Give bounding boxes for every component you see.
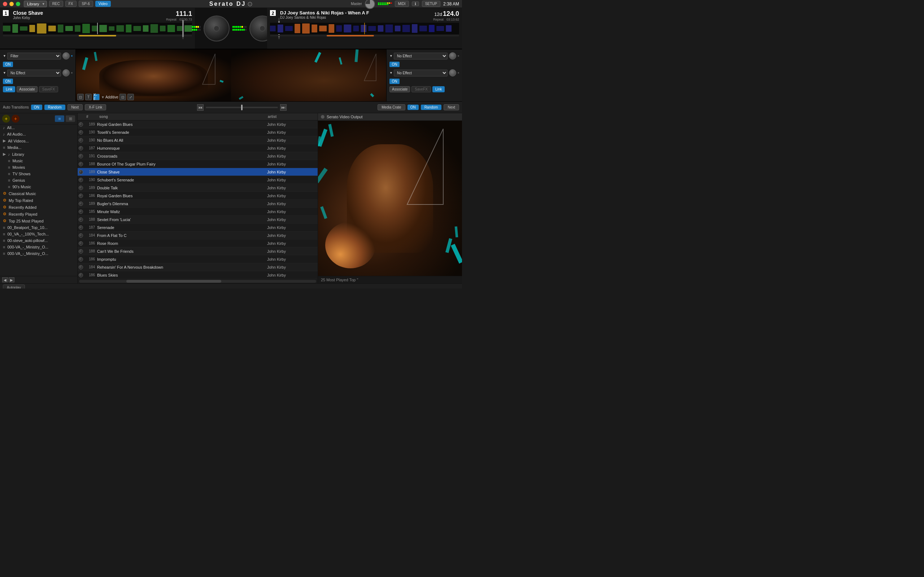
table-row[interactable]: 189Bugler's DilemmaJohn Kirby (78, 200, 318, 208)
left-fx-on2-button[interactable]: ON (3, 79, 13, 84)
sidebar-item-movies[interactable]: ≡ Movies (0, 164, 77, 171)
left-scroll-track[interactable] (3, 35, 192, 36)
right-fx-dot1[interactable] (458, 55, 459, 56)
left-scroll-thumb[interactable] (79, 35, 116, 36)
sidebar-item-va-tech[interactable]: ≡ 00_VA_-_100%_Tech... (0, 231, 77, 237)
minimize-window-btn[interactable] (10, 2, 14, 6)
maximize-window-btn[interactable] (16, 2, 20, 6)
table-row[interactable]: 187SerenadeJohn Kirby (78, 224, 318, 232)
right-noeffect1-select[interactable]: No Effect (394, 53, 447, 60)
cf-next-button[interactable]: ⏭ (280, 104, 287, 111)
setup-button[interactable]: SETUP (422, 1, 440, 7)
list-view-button[interactable]: ≡ (55, 115, 64, 122)
fx-button[interactable]: FX (65, 1, 76, 7)
cf-prev-button[interactable]: ⏮ (197, 104, 204, 111)
left-platter[interactable] (204, 16, 229, 42)
library-select[interactable]: Library ▼ (24, 1, 47, 7)
sidebar-item-ministry1[interactable]: ≡ 000-VA_-_Ministry_O... (0, 244, 77, 250)
sidebar-item-90s[interactable]: ≡ 90's Music (0, 184, 77, 190)
media-next-button[interactable]: Next (444, 104, 459, 110)
info-button[interactable]: ℹ (412, 2, 419, 6)
table-row[interactable]: 189Close ShaveJohn Kirby (78, 168, 318, 176)
auto-trans-random-button[interactable]: Random (44, 105, 65, 110)
table-row[interactable]: 184Rehearsin' For A Nervous BreakdownJoh… (78, 263, 318, 271)
right-scroll-track[interactable] (270, 35, 459, 36)
add-smart-crate-button[interactable]: + (11, 115, 19, 122)
table-row[interactable]: 184From A Flat To CJohn Kirby (78, 232, 318, 239)
sidebar-scroll-left[interactable]: ◀ (2, 277, 8, 282)
sidebar-item-library[interactable]: ▶ ♪ Library (0, 151, 77, 158)
sidebar-scroll-right[interactable]: ▶ (9, 277, 15, 282)
midi-button[interactable]: MIDI (395, 1, 409, 7)
left-fx-dot2[interactable] (71, 72, 73, 74)
left-fx-on1-button[interactable]: ON (3, 62, 13, 67)
left-vol-slider[interactable] (182, 18, 184, 39)
crossfader-track[interactable] (206, 107, 278, 108)
media-on-button[interactable]: ON (407, 105, 419, 110)
right-fx-on2-button[interactable]: ON (389, 79, 399, 84)
auto-trans-next-button[interactable]: Next (68, 104, 83, 110)
sidebar-item-recently-played[interactable]: ⚙ Recently Played (0, 211, 77, 218)
master-knob[interactable] (365, 0, 375, 9)
sidebar-item-top-25[interactable]: ⚙ Top 25 Most Played (0, 218, 77, 224)
sidebar-item-beatport1[interactable]: ≡ 00_Beatport_Top_10... (0, 224, 77, 231)
table-row[interactable]: 186Blues SkiesJohn Kirby (78, 271, 318, 279)
auto-trans-on-button[interactable]: ON (31, 105, 42, 110)
sidebar-item-classical[interactable]: ⚙ Classical Music (0, 190, 77, 197)
right-fx-on1-button[interactable]: ON (389, 62, 399, 67)
media-crate-button[interactable]: Media Crate (378, 104, 405, 110)
video-output-close[interactable] (321, 115, 325, 119)
left-associate-button[interactable]: Associate (16, 86, 37, 92)
sidebar-item-recently-added[interactable]: ⚙ Recently Added (0, 204, 77, 211)
right-savefx-button[interactable]: SaveFX (412, 86, 431, 92)
table-row[interactable]: 190Toselli's SerenadeJohn Kirby (78, 128, 318, 136)
h-scrollbar-track[interactable] (79, 280, 316, 283)
sidebar-item-genius[interactable]: ≡ Genius (0, 177, 77, 184)
left-link-button[interactable]: Link (3, 86, 15, 92)
sidebar-item-tvshows[interactable]: ≡ TV Shows (0, 171, 77, 177)
left-noeffect-select[interactable]: No Effect (7, 69, 61, 76)
left-fx-knob1[interactable] (63, 52, 69, 60)
close-window-btn[interactable] (3, 2, 7, 6)
table-row[interactable]: 186Royal Garden BluesJohn Kirby (78, 192, 318, 200)
video-screenshot-btn[interactable]: ⊡ (77, 94, 84, 100)
table-row[interactable]: 190Schubert's SerenadeJohn Kirby (78, 176, 318, 184)
right-fx-knob2[interactable] (449, 69, 456, 76)
table-row[interactable]: 189Royal Garden BluesJohn Kirby (78, 121, 318, 128)
table-row[interactable]: 187HumoresqueJohn Kirby (78, 144, 318, 152)
xf-btn[interactable]: X-F (93, 94, 100, 100)
right-associate-button[interactable]: Associate (389, 86, 410, 92)
video-text-btn[interactable]: T (85, 94, 92, 100)
right-scroll-thumb[interactable] (327, 35, 374, 36)
table-row[interactable]: 188Sextet From 'Lucia'John Kirby (78, 216, 318, 224)
table-row[interactable]: 189Double TalkJohn Kirby (78, 184, 318, 192)
table-row[interactable]: 188Bounce Of The Sugar Plum FairyJohn Ki… (78, 160, 318, 168)
right-fx-knob1[interactable] (449, 52, 456, 60)
video-button[interactable]: Video (95, 1, 111, 7)
grid-view-button[interactable]: ⊞ (66, 115, 75, 122)
left-fx-dot1[interactable] (71, 55, 73, 56)
table-row[interactable]: 186Rose RoomJohn Kirby (78, 239, 318, 247)
rec-button[interactable]: REC (49, 1, 63, 7)
sp6-button[interactable]: SP-6 (79, 1, 93, 7)
video-expand2-btn[interactable]: ⤢ (128, 94, 134, 100)
left-fx-knob2[interactable] (63, 69, 69, 76)
autoplay-button[interactable]: Autoplay (3, 285, 25, 288)
sidebar-item-all-audio[interactable]: ♪ All Audio... (0, 131, 77, 137)
xf-link-button[interactable]: X-F Link (85, 104, 106, 110)
sidebar-item-all-videos[interactable]: ▶ All Videos... (0, 137, 77, 144)
sidebar-item-steve-aoki[interactable]: ≡ 00-steve_aoki-pillowf... (0, 237, 77, 244)
table-row[interactable]: 186ImpromptuJohn Kirby (78, 255, 318, 263)
sidebar-item-music[interactable]: ≡ Music (0, 158, 77, 164)
right-noeffect2-select[interactable]: No Effect (394, 69, 447, 76)
left-filter-select[interactable]: Filter (7, 53, 61, 60)
media-random-button[interactable]: Random (421, 105, 442, 110)
right-fx-dot2[interactable] (458, 72, 459, 74)
sidebar-item-my-top-rated[interactable]: ⚙ My Top Rated (0, 197, 77, 204)
sidebar-item-media[interactable]: ≡ Media... (0, 144, 77, 151)
add-crate-button[interactable]: + (2, 115, 10, 122)
table-row[interactable]: 191CrossroadsJohn Kirby (78, 152, 318, 160)
sidebar-item-ministry2[interactable]: ≡ 000-VA_-_Ministry_O... (0, 250, 77, 257)
sidebar-item-all[interactable]: ♪ All... (0, 124, 77, 131)
crossfader-thumb[interactable] (241, 105, 242, 110)
